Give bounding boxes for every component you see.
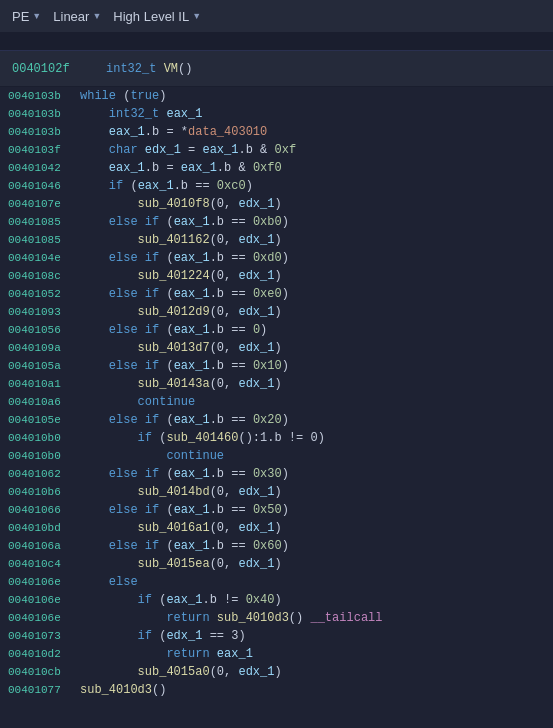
table-row[interactable]: 00401042 eax_1.b = eax_1.b & 0xf0	[0, 159, 553, 177]
separator	[0, 33, 553, 51]
line-code: sub_4010f8(0, edx_1)	[80, 195, 553, 213]
table-row[interactable]: 00401073 if (edx_1 == 3)	[0, 627, 553, 645]
nav-linear-label: Linear	[53, 9, 89, 24]
table-row[interactable]: 0040103b int32_t eax_1	[0, 105, 553, 123]
line-code: sub_4015ea(0, edx_1)	[80, 555, 553, 573]
table-row[interactable]: 00401052 else if (eax_1.b == 0xe0)	[0, 285, 553, 303]
line-addr: 00401085	[0, 234, 80, 246]
line-addr: 00401046	[0, 180, 80, 192]
line-code: else if (eax_1.b == 0x30)	[80, 465, 553, 483]
table-row[interactable]: 00401077sub_4010d3()	[0, 681, 553, 699]
line-addr: 0040106e	[0, 576, 80, 588]
line-addr: 004010b0	[0, 432, 80, 444]
table-row[interactable]: 004010b0 if (sub_401460():1.b != 0)	[0, 429, 553, 447]
line-addr: 0040104e	[0, 252, 80, 264]
line-code: if (eax_1.b == 0xc0)	[80, 177, 553, 195]
table-row[interactable]: 0040106e if (eax_1.b != 0x40)	[0, 591, 553, 609]
line-addr: 004010b6	[0, 486, 80, 498]
table-row[interactable]: 00401085 else if (eax_1.b == 0xb0)	[0, 213, 553, 231]
line-addr: 004010b0	[0, 450, 80, 462]
func-sig: int32_t VM()	[106, 62, 192, 76]
table-row[interactable]: 0040105a else if (eax_1.b == 0x10)	[0, 357, 553, 375]
table-row[interactable]: 00401056 else if (eax_1.b == 0)	[0, 321, 553, 339]
table-row[interactable]: 004010a6 continue	[0, 393, 553, 411]
table-row[interactable]: 0040106e return sub_4010d3() __tailcall	[0, 609, 553, 627]
line-addr: 00401093	[0, 306, 80, 318]
line-code: eax_1.b = *data_403010	[80, 123, 553, 141]
line-code: return sub_4010d3() __tailcall	[80, 609, 553, 627]
line-code: int32_t eax_1	[80, 105, 553, 123]
table-row[interactable]: 00401085 sub_401162(0, edx_1)	[0, 231, 553, 249]
table-row[interactable]: 00401046 if (eax_1.b == 0xc0)	[0, 177, 553, 195]
table-row[interactable]: 004010d2 return eax_1	[0, 645, 553, 663]
line-addr: 004010d2	[0, 648, 80, 660]
table-row[interactable]: 004010b6 sub_4014bd(0, edx_1)	[0, 483, 553, 501]
table-row[interactable]: 00401066 else if (eax_1.b == 0x50)	[0, 501, 553, 519]
line-code: if (edx_1 == 3)	[80, 627, 553, 645]
table-row[interactable]: 0040107e sub_4010f8(0, edx_1)	[0, 195, 553, 213]
line-addr: 0040105e	[0, 414, 80, 426]
line-addr: 00401056	[0, 324, 80, 336]
line-addr: 0040109a	[0, 342, 80, 354]
table-row[interactable]: 004010b0 continue	[0, 447, 553, 465]
line-code: else if (eax_1.b == 0x60)	[80, 537, 553, 555]
line-addr: 0040103b	[0, 90, 80, 102]
line-addr: 0040108c	[0, 270, 80, 282]
table-row[interactable]: 004010a1 sub_40143a(0, edx_1)	[0, 375, 553, 393]
table-row[interactable]: 00401062 else if (eax_1.b == 0x30)	[0, 465, 553, 483]
top-nav: PE ▼ Linear ▼ High Level IL ▼	[0, 0, 553, 33]
table-row[interactable]: 004010cb sub_4015a0(0, edx_1)	[0, 663, 553, 681]
line-code: else if (eax_1.b == 0x20)	[80, 411, 553, 429]
nav-pe-chevron: ▼	[32, 11, 41, 21]
line-addr: 0040103f	[0, 144, 80, 156]
line-addr: 0040106a	[0, 540, 80, 552]
nav-linear[interactable]: Linear ▼	[47, 0, 107, 32]
table-row[interactable]: 0040108c sub_401224(0, edx_1)	[0, 267, 553, 285]
line-code: else if (eax_1.b == 0x10)	[80, 357, 553, 375]
table-row[interactable]: 00401093 sub_4012d9(0, edx_1)	[0, 303, 553, 321]
nav-hlil-label: High Level IL	[113, 9, 189, 24]
line-addr: 00401066	[0, 504, 80, 516]
line-code: else if (eax_1.b == 0xe0)	[80, 285, 553, 303]
nav-hlil[interactable]: High Level IL ▼	[107, 0, 207, 32]
line-code: if (eax_1.b != 0x40)	[80, 591, 553, 609]
line-addr: 0040103b	[0, 126, 80, 138]
line-addr: 00401042	[0, 162, 80, 174]
nav-pe[interactable]: PE ▼	[6, 0, 47, 32]
table-row[interactable]: 0040103b eax_1.b = *data_403010	[0, 123, 553, 141]
line-addr: 00401052	[0, 288, 80, 300]
line-addr: 00401077	[0, 684, 80, 696]
line-code: else if (eax_1.b == 0xb0)	[80, 213, 553, 231]
line-code: if (sub_401460():1.b != 0)	[80, 429, 553, 447]
func-addr: 0040102f	[12, 62, 82, 76]
line-addr: 00401062	[0, 468, 80, 480]
line-code: while (true)	[80, 87, 553, 105]
line-code: sub_40143a(0, edx_1)	[80, 375, 553, 393]
table-row[interactable]: 0040104e else if (eax_1.b == 0xd0)	[0, 249, 553, 267]
line-code: sub_4010d3()	[80, 681, 553, 699]
table-row[interactable]: 0040103bwhile (true)	[0, 87, 553, 105]
line-addr: 00401085	[0, 216, 80, 228]
line-code: continue	[80, 393, 553, 411]
line-code: sub_4016a1(0, edx_1)	[80, 519, 553, 537]
nav-pe-label: PE	[12, 9, 29, 24]
table-row[interactable]: 004010bd sub_4016a1(0, edx_1)	[0, 519, 553, 537]
table-row[interactable]: 0040106a else if (eax_1.b == 0x60)	[0, 537, 553, 555]
line-code: char edx_1 = eax_1.b & 0xf	[80, 141, 553, 159]
table-row[interactable]: 0040103f char edx_1 = eax_1.b & 0xf	[0, 141, 553, 159]
line-code: continue	[80, 447, 553, 465]
line-code: else	[80, 573, 553, 591]
line-addr: 0040106e	[0, 612, 80, 624]
nav-hlil-chevron: ▼	[192, 11, 201, 21]
line-code: sub_4015a0(0, edx_1)	[80, 663, 553, 681]
line-addr: 0040106e	[0, 594, 80, 606]
table-row[interactable]: 004010c4 sub_4015ea(0, edx_1)	[0, 555, 553, 573]
line-code: return eax_1	[80, 645, 553, 663]
table-row[interactable]: 0040105e else if (eax_1.b == 0x20)	[0, 411, 553, 429]
line-code: sub_4013d7(0, edx_1)	[80, 339, 553, 357]
table-row[interactable]: 0040106e else	[0, 573, 553, 591]
table-row[interactable]: 0040109a sub_4013d7(0, edx_1)	[0, 339, 553, 357]
code-area[interactable]: 0040103bwhile (true)0040103b int32_t eax…	[0, 87, 553, 728]
line-addr: 0040103b	[0, 108, 80, 120]
line-addr: 00401073	[0, 630, 80, 642]
